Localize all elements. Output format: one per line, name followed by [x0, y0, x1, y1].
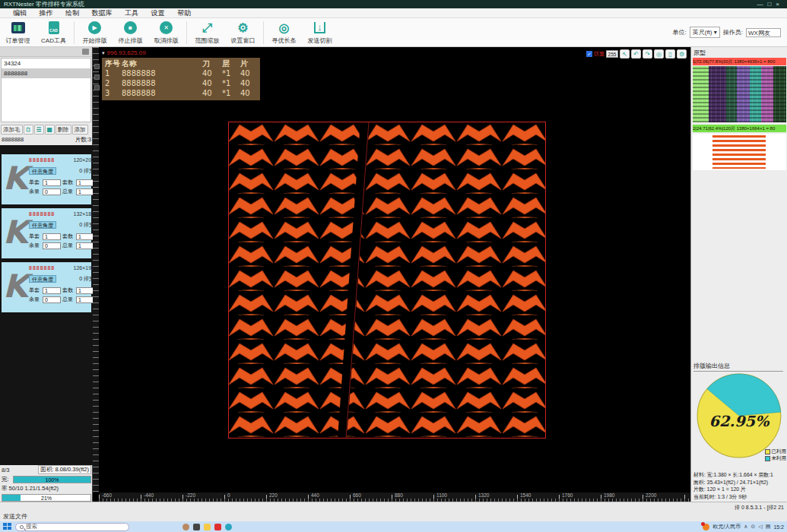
nested-parts-layout[interactable] — [228, 122, 546, 439]
canvas-controls: ✓ 防重 255 ↖ ↶ ↷ ◎ ▯ ⚙ — [586, 49, 687, 59]
order-list-item-selected[interactable]: 8888888 — [2, 68, 90, 78]
col-header-layer: 层 — [222, 59, 240, 68]
table-row[interactable]: 3888888840*140 — [105, 88, 257, 98]
overlap-label: 防重 — [594, 50, 605, 58]
sheet-2-thumbnail[interactable] — [693, 134, 786, 170]
angle-field[interactable]: 任意角度 — [29, 275, 56, 283]
nesting-canvas[interactable]: -660 -440 -220 0 220 440 660 880 1100 13… — [93, 47, 690, 502]
currency-label[interactable]: 欧元/人民币 — [712, 523, 741, 530]
currency-icon[interactable] — [703, 524, 709, 530]
menu-database[interactable]: 数据库 — [87, 8, 118, 18]
remain-input[interactable]: 0 — [43, 296, 61, 303]
part-card[interactable]: K 8888888132×187 任意角度0 排完 单套1 套数1 余量0 总量… — [2, 208, 91, 258]
ruler-label: 1980 — [604, 492, 614, 498]
app-icon-teal[interactable] — [225, 524, 232, 530]
row-handle-icon[interactable] — [94, 64, 100, 69]
progress-value: 100% — [14, 477, 90, 483]
part-card[interactable]: K 8888888120×202 任意角度0 排完 单套1 套数1 余量0 总量… — [2, 154, 91, 204]
sets-input[interactable]: 1 — [76, 179, 94, 186]
window-controls[interactable]: —□× — [757, 0, 784, 8]
menu-edit[interactable]: 编辑 — [8, 8, 32, 18]
maximize-icon[interactable]: □ — [767, 1, 776, 8]
sheet-1-info-bar[interactable]: 1|72.06|77.8%|30片 1380×4935×1 = 800 — [693, 58, 786, 65]
tray-icon-3[interactable]: ▤ — [766, 524, 771, 530]
grid-icon[interactable]: ▦ — [45, 125, 55, 135]
toolbar-separator — [74, 21, 75, 44]
cad-tool-button[interactable]: CAD CAD工具 — [36, 21, 71, 45]
table-row[interactable]: 1888888840*140 — [105, 68, 257, 78]
sets-input[interactable]: 1 — [76, 233, 94, 240]
unit-select[interactable]: 英尺(ft) ▾ — [690, 27, 720, 38]
sheet-2-info-bar[interactable]: 2|24.71|62.4%|120片 1380×1664×1 = 80 — [693, 125, 786, 132]
order-list-item[interactable]: 34324 — [2, 59, 90, 68]
ruler-label: 1540 — [520, 492, 531, 498]
minimize-icon[interactable]: — — [757, 1, 767, 8]
tray-expand-icon[interactable]: ∧ — [744, 524, 747, 530]
stats-area: 面积: 8.08/0.39(ft2) — [38, 465, 91, 474]
chevron-down-icon[interactable]: ▾ — [102, 50, 105, 55]
sets-input[interactable]: 1 — [76, 287, 94, 294]
delete-button[interactable]: 删除 — [56, 125, 71, 135]
row-handle-icon[interactable] — [94, 74, 100, 80]
per-set-input[interactable]: 1 — [43, 287, 61, 294]
undo-icon[interactable]: ↶ — [631, 49, 641, 59]
menu-tools[interactable]: 工具 — [119, 8, 144, 18]
stat-material: 材料: 宽:1.380 × 长:1.664 × 层数:1 — [693, 471, 773, 479]
per-set-input[interactable]: 1 — [43, 179, 61, 186]
menu-settings[interactable]: 设置 — [146, 8, 170, 18]
pie-percent-label: 62.95% — [709, 413, 770, 430]
avatar-icon[interactable] — [182, 524, 189, 530]
image-icon[interactable]: 🗋 — [24, 125, 33, 135]
target-icon[interactable]: ◎ — [654, 49, 664, 59]
remain-input[interactable]: 0 — [43, 188, 61, 195]
total-input[interactable]: 1 — [76, 188, 94, 195]
clock[interactable]: 15:2 — [773, 524, 784, 530]
legend-used-label: 已利用 — [772, 448, 787, 455]
taskbar-search[interactable]: 搜索 — [15, 523, 129, 531]
gear-icon[interactable]: ⚙ — [677, 49, 687, 59]
printer-icon[interactable] — [82, 49, 89, 55]
cancel-nesting-button[interactable]: ✕ 取消排版 — [148, 21, 184, 45]
magnet-icon[interactable]: ▯ — [665, 49, 675, 59]
remain-input[interactable]: 0 — [43, 242, 61, 249]
menu-operate[interactable]: 操作 — [34, 8, 59, 18]
cursor-icon[interactable]: ↖ — [620, 49, 630, 59]
order-manager-button[interactable]: 订单管理 — [0, 21, 36, 45]
operator-input[interactable]: WX网友 — [746, 28, 781, 37]
total-input[interactable]: 1 — [76, 296, 94, 303]
close-icon[interactable]: × — [776, 1, 784, 8]
strip-optimize-button[interactable]: ◎ 寻优长条 — [266, 21, 302, 45]
menu-draw[interactable]: 绘制 — [60, 8, 84, 18]
add-blank-button[interactable]: 添加毛 — [1, 125, 23, 135]
col-header-name: 名称 — [122, 59, 202, 68]
start-button[interactable] — [3, 523, 11, 530]
total-input[interactable]: 1 — [76, 242, 94, 249]
app-icon-dark[interactable] — [193, 524, 200, 530]
tray-icon-2[interactable]: ◁ — [758, 524, 762, 530]
add-button[interactable]: 添加 — [72, 125, 88, 135]
menu-help[interactable]: 帮助 — [172, 8, 196, 18]
folder-icon[interactable] — [204, 524, 211, 530]
row-handles — [94, 64, 100, 90]
settings-window-button[interactable]: ⚙ 设置窗口 — [225, 21, 261, 45]
per-set-input[interactable]: 1 — [43, 233, 61, 240]
pie-legend: 已利用 未利用 — [765, 448, 787, 462]
sheet-1-thumbnail[interactable] — [693, 66, 786, 122]
part-card[interactable]: K 8888888126×191 任意角度0 排完 单套1 套数1 余量0 总量… — [2, 262, 91, 312]
redo-icon[interactable]: ↷ — [643, 49, 652, 59]
tray-icon-1[interactable]: ⊙ — [751, 524, 755, 530]
start-nesting-button[interactable]: ▶ 开始排版 — [77, 21, 113, 45]
send-cut-button[interactable]: ↓ 发送切割 — [302, 21, 338, 45]
checkbox-checked[interactable]: ✓ — [586, 51, 592, 57]
zoom-extents-button[interactable]: ⤢ 范围缩放 — [189, 21, 225, 45]
stat-time: 当前耗时: 1:3 / 3分 9秒 — [693, 493, 773, 501]
stop-nesting-button[interactable]: ■ 停止排版 — [113, 21, 148, 45]
angle-field[interactable]: 任意角度 — [29, 221, 56, 229]
angle-field[interactable]: 任意角度 — [29, 167, 56, 175]
row-handle-icon[interactable] — [94, 85, 100, 90]
gear-icon: ⚙ — [237, 21, 248, 35]
table-row[interactable]: 2888888840*140 — [105, 78, 257, 88]
list-icon[interactable]: ☰ — [34, 125, 44, 135]
tolerance-input[interactable]: 255 — [606, 50, 618, 58]
app-icon-red[interactable] — [214, 524, 221, 530]
